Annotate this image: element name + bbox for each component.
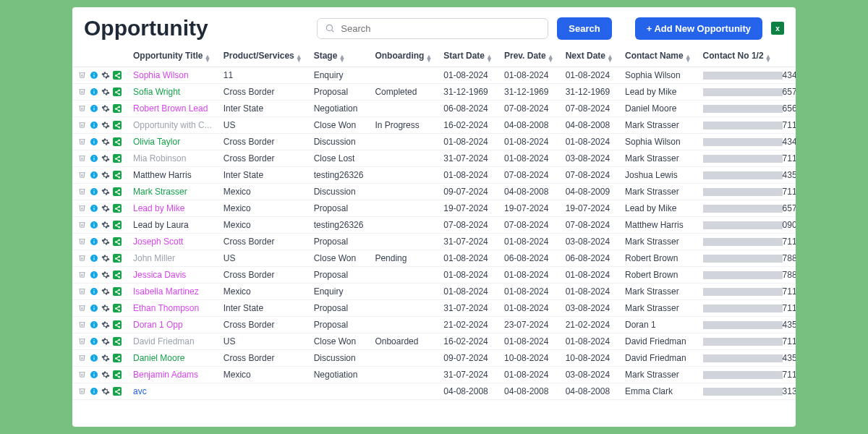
trash-icon[interactable]	[78, 304, 87, 312]
info-icon[interactable]	[90, 137, 98, 146]
share-icon[interactable]	[113, 88, 122, 96]
info-icon[interactable]	[90, 187, 98, 196]
trash-icon[interactable]	[78, 171, 87, 179]
column-header[interactable]: Contact Name▲▼	[619, 46, 697, 67]
table-row[interactable]: Jessica DavisCross BorderProposal01-08-2…	[72, 267, 796, 284]
trash-icon[interactable]	[78, 320, 87, 329]
column-header[interactable]: Next Date▲▼	[560, 46, 619, 67]
sort-icon[interactable]: ▲▼	[548, 55, 554, 62]
opportunity-title[interactable]: Jessica Davis	[127, 267, 218, 284]
opportunity-title[interactable]: Sofia Wright	[127, 84, 218, 101]
share-icon[interactable]	[113, 254, 122, 263]
share-icon[interactable]	[113, 221, 122, 229]
trash-icon[interactable]	[78, 71, 87, 80]
trash-icon[interactable]	[78, 354, 87, 362]
table-row[interactable]: Mia RobinsonCross BorderClose Lost31-07-…	[72, 150, 796, 167]
share-icon[interactable]	[113, 71, 122, 80]
gear-icon[interactable]	[101, 171, 110, 179]
opportunity-title[interactable]: Mia Robinson	[127, 150, 218, 167]
info-icon[interactable]	[90, 171, 98, 179]
gear-icon[interactable]	[101, 137, 110, 146]
sort-icon[interactable]: ▲▼	[204, 55, 210, 62]
share-icon[interactable]	[113, 121, 122, 129]
info-icon[interactable]	[90, 104, 98, 113]
trash-icon[interactable]	[78, 254, 87, 263]
sort-icon[interactable]: ▲▼	[339, 55, 345, 62]
table-row[interactable]: Sofia WrightCross BorderProposalComplete…	[72, 84, 796, 101]
share-icon[interactable]	[113, 171, 122, 179]
trash-icon[interactable]	[78, 204, 87, 213]
gear-icon[interactable]	[101, 387, 110, 396]
opportunity-title[interactable]: Ethan Thompson	[127, 300, 218, 317]
table-row[interactable]: Sophia Wilson11Enquiry01-08-202401-08-20…	[72, 67, 796, 84]
table-row[interactable]: Joseph ScottCross BorderProposal31-07-20…	[72, 234, 796, 250]
table-row[interactable]: David FriedmanUSClose WonOnboarded16-02-…	[72, 333, 796, 350]
trash-icon[interactable]	[78, 104, 87, 113]
share-icon[interactable]	[113, 271, 122, 279]
share-icon[interactable]	[113, 204, 122, 213]
opportunity-title[interactable]: Opportunity with C...	[127, 117, 218, 134]
sort-icon[interactable]: ▲▼	[607, 55, 613, 62]
opportunity-title[interactable]: Sophia Wilson	[127, 67, 218, 84]
table-row[interactable]: avc04-08-200804-08-200804-08-2008Emma Cl…	[72, 383, 796, 400]
share-icon[interactable]	[113, 154, 122, 163]
gear-icon[interactable]	[101, 88, 110, 96]
column-header[interactable]	[72, 46, 127, 67]
share-icon[interactable]	[113, 104, 122, 113]
gear-icon[interactable]	[101, 221, 110, 229]
gear-icon[interactable]	[101, 204, 110, 213]
share-icon[interactable]	[113, 187, 122, 196]
gear-icon[interactable]	[101, 287, 110, 296]
table-row[interactable]: Lead by LauraMexicotesting2632607-08-202…	[72, 217, 796, 234]
opportunity-title[interactable]: Robert Brown Lead	[127, 101, 218, 117]
table-row[interactable]: Ethan ThompsonInter StateProposal31-07-2…	[72, 300, 796, 317]
info-icon[interactable]	[90, 254, 98, 263]
column-header[interactable]: Contact No 1/2▲▼	[697, 46, 796, 67]
column-header[interactable]: Start Date▲▼	[438, 46, 498, 67]
info-icon[interactable]	[90, 154, 98, 163]
info-icon[interactable]	[90, 354, 98, 362]
trash-icon[interactable]	[78, 221, 87, 229]
table-row[interactable]: Doran 1 OppCross BorderProposal21-02-202…	[72, 317, 796, 333]
table-row[interactable]: Robert Brown LeadInter StateNegotiation0…	[72, 101, 796, 117]
info-icon[interactable]	[90, 271, 98, 279]
info-icon[interactable]	[90, 320, 98, 329]
opportunity-title[interactable]: Lead by Mike	[127, 200, 218, 217]
opportunity-title[interactable]: John Miller	[127, 250, 218, 267]
opportunity-title[interactable]: Daniel Moore	[127, 350, 218, 367]
opportunity-title[interactable]: Doran 1 Opp	[127, 317, 218, 333]
share-icon[interactable]	[113, 287, 122, 296]
info-icon[interactable]	[90, 337, 98, 346]
gear-icon[interactable]	[101, 104, 110, 113]
table-row[interactable]: Opportunity with C...USClose WonIn Progr…	[72, 117, 796, 134]
opportunity-title[interactable]: Matthew Harris	[127, 167, 218, 184]
export-excel-icon[interactable]: x	[771, 22, 784, 35]
share-icon[interactable]	[113, 387, 122, 396]
sort-icon[interactable]: ▲▼	[296, 55, 302, 62]
add-opportunity-button[interactable]: + Add New Opportunity	[635, 17, 762, 40]
share-icon[interactable]	[113, 354, 122, 362]
share-icon[interactable]	[113, 370, 122, 379]
opportunity-title[interactable]: Lead by Laura	[127, 217, 218, 234]
search-wrap[interactable]	[317, 18, 548, 39]
opportunity-title[interactable]: Mark Strasser	[127, 184, 218, 200]
gear-icon[interactable]	[101, 237, 110, 246]
opportunity-title[interactable]: David Friedman	[127, 333, 218, 350]
opportunity-title[interactable]: Isabella Martinez	[127, 284, 218, 300]
table-row[interactable]: John MillerUSClose WonPending01-08-20240…	[72, 250, 796, 267]
gear-icon[interactable]	[101, 320, 110, 329]
gear-icon[interactable]	[101, 337, 110, 346]
info-icon[interactable]	[90, 287, 98, 296]
search-input[interactable]	[341, 23, 540, 34]
table-row[interactable]: Isabella MartinezMexicoEnquiry01-08-2024…	[72, 284, 796, 300]
table-row[interactable]: Olivia TaylorCross BorderDiscussion01-08…	[72, 134, 796, 150]
sort-icon[interactable]: ▲▼	[425, 55, 432, 62]
share-icon[interactable]	[113, 304, 122, 312]
trash-icon[interactable]	[78, 370, 87, 379]
sort-icon[interactable]: ▲▼	[486, 55, 493, 62]
gear-icon[interactable]	[101, 187, 110, 196]
trash-icon[interactable]	[78, 337, 87, 346]
table-row[interactable]: Matthew HarrisInter Statetesting2632601-…	[72, 167, 796, 184]
table-row[interactable]: Lead by MikeMexicoProposal19-07-202419-0…	[72, 200, 796, 217]
column-header[interactable]: Stage▲▼	[308, 46, 370, 67]
